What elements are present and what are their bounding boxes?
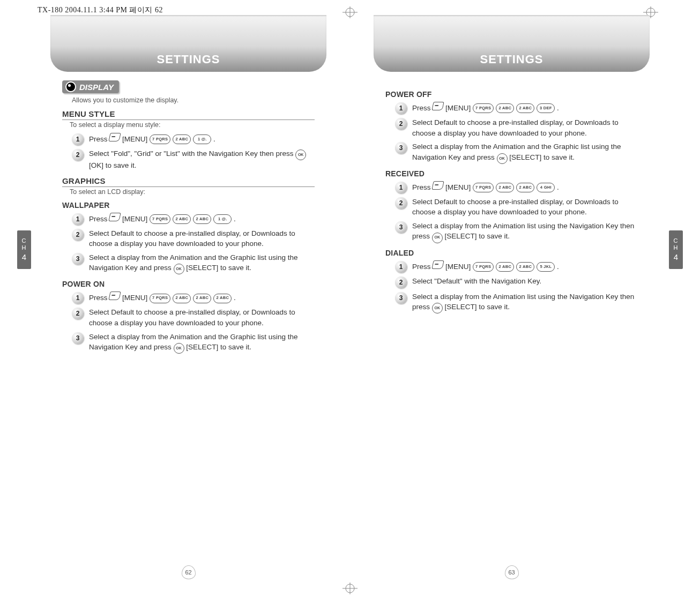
heading-power-off: POWER OFF (385, 90, 638, 99)
step-text: Select a display from the Animation and … (412, 141, 638, 164)
keypad-key-icon: 7 PQRS (150, 294, 170, 303)
keypad-key-icon: 2 ABC (496, 103, 514, 113)
step-number-badge: 1 (395, 182, 407, 193)
keypad-key-icon: 2 ABC (516, 103, 534, 113)
step-number-badge: 3 (72, 332, 84, 344)
key-sequence: 7 PQRS2 ABC1 @. (150, 135, 211, 144)
manual-spread: TX-180 2004.11.1 3:44 PM 페이지 62 C H 4 C … (0, 0, 700, 605)
softkey-icon (432, 181, 444, 190)
steps-wallpaper: 1Press [MENU] 7 PQRS2 ABC2 ABC1 @. .2Sel… (62, 213, 315, 275)
step-text: Press [MENU] 7 PQRS2 ABC1 @. . (89, 133, 215, 145)
softkey-icon (109, 292, 121, 300)
step: 1Press [MENU] 7 PQRS2 ABC2 ABC2 ABC . (72, 292, 315, 304)
keypad-key-icon: 4 GHI (537, 183, 555, 192)
step-number-badge: 3 (72, 253, 84, 265)
keypad-key-icon: 2 ABC (173, 214, 191, 224)
step: 1Press [MENU] 7 PQRS2 ABC2 ABC5 JKL . (395, 260, 638, 273)
keypad-key-icon: 2 ABC (173, 294, 191, 303)
softkey-icon (432, 260, 444, 269)
ok-key-icon: OK (174, 343, 184, 354)
keypad-key-icon: 2 ABC (516, 183, 534, 192)
step-number-badge: 3 (395, 142, 407, 154)
ok-key-icon: OK (432, 233, 443, 243)
ok-key-icon: OK (432, 303, 443, 313)
step-text: Select Default to choose a pre-installed… (89, 228, 315, 249)
step: 2Select Default to choose a pre-installe… (72, 228, 315, 249)
page-title-banner: SETTINGS (374, 15, 650, 72)
keypad-key-icon: 2 ABC (516, 262, 534, 272)
heading-power-on: POWER ON (62, 280, 315, 288)
step-text: Select a display from the Animation and … (89, 252, 315, 275)
step: 1Press [MENU] 7 PQRS2 ABC2 ABC1 @. . (72, 213, 315, 225)
step-text: Press [MENU] 7 PQRS2 ABC2 ABC3 DEF . (412, 102, 559, 114)
step-text: Select Default to choose a pre-installed… (412, 197, 638, 218)
page-title: SETTINGS (157, 53, 220, 66)
heading-graphics: GRAPHICS (62, 176, 315, 187)
steps-power-on: 1Press [MENU] 7 PQRS2 ABC2 ABC2 ABC .2Se… (62, 292, 315, 354)
steps-menu-style: 1Press [MENU] 7 PQRS2 ABC1 @. .2Select "… (62, 133, 315, 171)
page-title: SETTINGS (480, 53, 543, 66)
keypad-key-icon: 2 ABC (496, 262, 514, 272)
keypad-key-icon: 2 ABC (193, 214, 211, 224)
step: 3Select a display from the Animation and… (395, 141, 638, 164)
key-sequence: 7 PQRS2 ABC2 ABC4 GHI (473, 183, 555, 192)
step: 2Select "Fold", "Grid" or "List" with th… (72, 148, 315, 171)
softkey-icon (109, 213, 121, 221)
step: 3Select a display from the Animation and… (72, 252, 315, 275)
step-text: Select "Fold", "Grid" or "List" with the… (89, 148, 315, 171)
keypad-key-icon: 7 PQRS (150, 135, 170, 144)
keypad-key-icon: 2 ABC (193, 294, 211, 303)
key-sequence: 7 PQRS2 ABC2 ABC1 @. (150, 214, 232, 224)
step-text: Select Default to choose a pre-installed… (89, 307, 315, 328)
step-text: Press [MENU] 7 PQRS2 ABC2 ABC4 GHI . (412, 181, 559, 193)
keypad-key-icon: 2 ABC (496, 183, 514, 192)
key-sequence: 7 PQRS2 ABC2 ABC5 JKL (473, 262, 555, 272)
keypad-key-icon: 1 @. (213, 214, 232, 224)
keypad-key-icon: 5 JKL (537, 262, 555, 272)
heading-dialed: DIALED (385, 249, 638, 257)
heading-menu-style: MENU STYLE (62, 109, 315, 120)
keypad-key-icon: 7 PQRS (473, 262, 494, 272)
step-number-badge: 1 (395, 261, 407, 273)
step-number-badge: 1 (72, 133, 84, 145)
step-number-badge: 2 (395, 197, 407, 209)
step-number-badge: 1 (395, 102, 407, 114)
step-number-badge: 2 (72, 308, 84, 319)
softkey-icon (109, 133, 121, 141)
step: 3Select a display from the Animation lis… (395, 221, 638, 243)
step: 2Select Default to choose a pre-installe… (395, 117, 638, 138)
page-title-banner: SETTINGS (50, 15, 326, 72)
step-number-badge: 2 (72, 149, 84, 161)
page-number: 62 (182, 565, 196, 579)
page-63: SETTINGS POWER OFF 1Press [MENU] 7 PQRS2… (358, 15, 666, 584)
chapter-tab-right: C H 4 (669, 230, 683, 269)
page-62: SETTINGS DISPLAY Allows you to customize… (34, 15, 342, 584)
step-text: Select a display from the Animation and … (89, 332, 315, 354)
step: 2Select Default to choose a pre-installe… (395, 197, 638, 218)
step: 3Select a display from the Animation lis… (395, 292, 638, 314)
keypad-key-icon: 2 ABC (213, 294, 232, 303)
keypad-key-icon: 1 @. (193, 135, 211, 144)
steps-power-off: 1Press [MENU] 7 PQRS2 ABC2 ABC3 DEF .2Se… (385, 102, 638, 164)
step-text: Select a display from the Animation list… (412, 292, 638, 314)
bullet-icon (65, 81, 76, 92)
step: 2Select "Default" with the Navigation Ke… (395, 276, 638, 288)
heading-wallpaper: WALLPAPER (62, 201, 315, 210)
ok-key-icon: OK (497, 153, 508, 164)
step: 1Press [MENU] 7 PQRS2 ABC2 ABC4 GHI . (395, 181, 638, 193)
keypad-key-icon: 7 PQRS (150, 214, 170, 224)
step-text: Select "Default" with the Navigation Key… (412, 276, 541, 287)
keypad-key-icon: 2 ABC (173, 135, 191, 144)
keypad-key-icon: 7 PQRS (473, 103, 494, 113)
section-tag-display: DISPLAY (62, 80, 119, 93)
step-text: Select a display from the Animation list… (412, 221, 638, 243)
keypad-key-icon: 3 DEF (537, 103, 555, 113)
ok-key-icon: OK (295, 150, 306, 160)
keypad-key-icon: 7 PQRS (473, 183, 494, 192)
step-text: Press [MENU] 7 PQRS2 ABC2 ABC1 @. . (89, 213, 236, 225)
step: 2Select Default to choose a pre-installe… (72, 307, 315, 328)
step-number-badge: 1 (72, 292, 84, 304)
step-text: Press [MENU] 7 PQRS2 ABC2 ABC2 ABC . (89, 292, 236, 303)
step: 3Select a display from the Animation and… (72, 332, 315, 354)
heading-received: RECEIVED (385, 169, 638, 178)
